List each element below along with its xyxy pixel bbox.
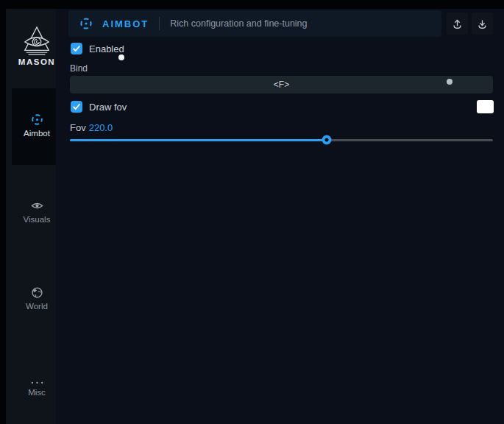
- sidebar-item-label: Aimbot: [12, 129, 62, 138]
- bind-label: Bind: [70, 63, 88, 74]
- page-header: AIMBOT Rich configuration and fine-tunin…: [68, 10, 441, 37]
- fov-slider-fill: [70, 139, 327, 141]
- app-window: MASON Aimbot Visuals: [0, 0, 504, 424]
- globe-icon: [12, 286, 62, 300]
- sidebar-item-label: World: [12, 302, 62, 311]
- download-icon: [476, 18, 489, 30]
- download-config-button[interactable]: [472, 13, 493, 35]
- fov-slider-thumb[interactable]: [322, 135, 332, 145]
- enabled-row: Enabled: [71, 43, 124, 54]
- cursor-dot-secondary: [447, 79, 452, 85]
- sidebar: MASON Aimbot Visuals: [6, 9, 56, 424]
- bind-value: <F>: [274, 80, 289, 90]
- eye-pyramid-icon: [12, 25, 62, 56]
- fov-color-swatch[interactable]: [477, 100, 494, 113]
- sidebar-item-misc[interactable]: Misc: [12, 347, 62, 424]
- enabled-checkbox[interactable]: [71, 43, 82, 54]
- upload-icon: [451, 18, 464, 30]
- sidebar-item-label: Visuals: [12, 215, 62, 224]
- page-title: AIMBOT: [102, 18, 149, 29]
- eye-icon: [12, 199, 62, 213]
- page-subtitle: Rich configuration and fine-tuning: [170, 18, 307, 29]
- fov-slider[interactable]: [70, 135, 493, 145]
- draw-fov-label: Draw fov: [89, 102, 127, 113]
- cursor-dot: [118, 54, 124, 60]
- fov-label-text: Fov: [70, 122, 86, 133]
- logo: MASON: [12, 25, 62, 66]
- bind-button[interactable]: <F>: [70, 76, 493, 93]
- sidebar-item-aimbot[interactable]: Aimbot: [12, 88, 62, 165]
- fov-value: 220.0: [89, 122, 113, 133]
- sidebar-item-world[interactable]: World: [12, 261, 62, 338]
- upload-config-button[interactable]: [447, 13, 468, 35]
- sidebar-item-label: Misc: [12, 388, 62, 397]
- draw-fov-row: Draw fov: [71, 101, 127, 113]
- main-panel: [56, 9, 504, 424]
- crosshair-icon: [79, 16, 93, 31]
- sidebar-item-visuals[interactable]: Visuals: [12, 174, 62, 251]
- enabled-label: Enabled: [89, 43, 124, 54]
- draw-fov-checkbox[interactable]: [71, 101, 82, 113]
- crosshair-icon: [12, 113, 62, 127]
- logo-label: MASON: [12, 57, 62, 66]
- header-divider: [159, 17, 160, 30]
- fov-label: Fov220.0: [70, 122, 113, 133]
